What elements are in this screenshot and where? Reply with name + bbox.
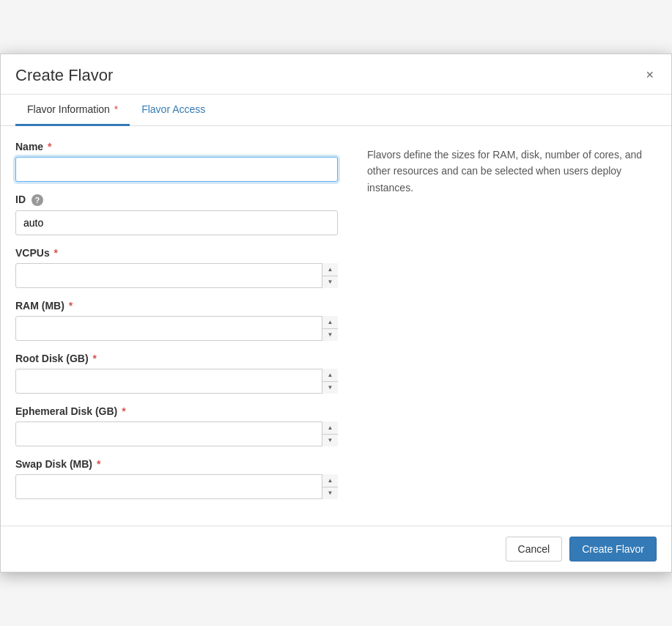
ephemeral-disk-down-arrow[interactable]: ▼ bbox=[322, 435, 338, 447]
info-text: Flavors define the sizes for RAM, disk, … bbox=[367, 147, 657, 196]
ram-input[interactable] bbox=[15, 316, 338, 341]
swap-disk-spinner: ▲ ▼ bbox=[15, 474, 338, 499]
tab-flavor-access[interactable]: Flavor Access bbox=[130, 95, 217, 126]
ram-up-arrow[interactable]: ▲ bbox=[322, 316, 338, 329]
vcpus-up-arrow[interactable]: ▲ bbox=[322, 263, 338, 276]
swap-disk-arrows: ▲ ▼ bbox=[322, 474, 338, 499]
id-field-group: ID ? bbox=[15, 194, 338, 235]
info-section: Flavors define the sizes for RAM, disk, … bbox=[367, 141, 657, 511]
ephemeral-disk-input[interactable] bbox=[15, 421, 338, 446]
ram-label: RAM (MB) * bbox=[15, 300, 338, 312]
modal-footer: Cancel Create Flavor bbox=[1, 526, 671, 572]
ephemeral-disk-label: Ephemeral Disk (GB) * bbox=[15, 405, 338, 417]
create-flavor-modal: Create Flavor × Flavor Information * Fla… bbox=[0, 54, 672, 572]
ephemeral-disk-spinner: ▲ ▼ bbox=[15, 421, 338, 446]
name-input[interactable] bbox=[15, 157, 338, 182]
ram-spinner: ▲ ▼ bbox=[15, 316, 338, 341]
ephemeral-disk-up-arrow[interactable]: ▲ bbox=[322, 421, 338, 435]
root-disk-spinner: ▲ ▼ bbox=[15, 369, 338, 394]
ephemeral-disk-arrows: ▲ ▼ bbox=[322, 421, 338, 446]
close-button[interactable]: × bbox=[643, 67, 657, 83]
swap-disk-input[interactable] bbox=[15, 474, 338, 499]
name-field-group: Name * bbox=[15, 141, 338, 182]
ram-arrows: ▲ ▼ bbox=[322, 316, 338, 341]
vcpus-input[interactable] bbox=[15, 263, 338, 288]
modal-body: Name * ID ? VCPUs * bbox=[1, 126, 671, 526]
tab-bar: Flavor Information * Flavor Access bbox=[1, 95, 671, 126]
root-disk-label: Root Disk (GB) * bbox=[15, 353, 338, 364]
name-label: Name * bbox=[15, 141, 338, 152]
root-disk-up-arrow[interactable]: ▲ bbox=[322, 369, 338, 382]
modal-title: Create Flavor bbox=[15, 66, 113, 85]
swap-disk-field-group: Swap Disk (MB) * ▲ ▼ bbox=[15, 458, 338, 499]
ephemeral-disk-field-group: Ephemeral Disk (GB) * ▲ ▼ bbox=[15, 405, 338, 446]
id-label: ID ? bbox=[15, 194, 338, 206]
id-input[interactable] bbox=[15, 210, 338, 235]
root-disk-down-arrow[interactable]: ▼ bbox=[322, 382, 338, 394]
vcpus-spinner: ▲ ▼ bbox=[15, 263, 338, 288]
vcpus-label: VCPUs * bbox=[15, 247, 338, 259]
root-disk-field-group: Root Disk (GB) * ▲ ▼ bbox=[15, 353, 338, 394]
swap-disk-label: Swap Disk (MB) * bbox=[15, 458, 338, 470]
ram-down-arrow[interactable]: ▼ bbox=[322, 329, 338, 342]
form-section: Name * ID ? VCPUs * bbox=[15, 141, 338, 511]
vcpus-field-group: VCPUs * ▲ ▼ bbox=[15, 247, 338, 288]
root-disk-input[interactable] bbox=[15, 369, 338, 394]
vcpus-arrows: ▲ ▼ bbox=[322, 263, 338, 288]
create-flavor-button[interactable]: Create Flavor bbox=[569, 537, 657, 561]
modal-header: Create Flavor × bbox=[1, 54, 671, 95]
ram-field-group: RAM (MB) * ▲ ▼ bbox=[15, 300, 338, 341]
vcpus-down-arrow[interactable]: ▼ bbox=[322, 276, 338, 289]
swap-disk-down-arrow[interactable]: ▼ bbox=[322, 487, 338, 500]
tab-flavor-information[interactable]: Flavor Information * bbox=[15, 95, 130, 126]
cancel-button[interactable]: Cancel bbox=[506, 537, 563, 561]
id-help-icon[interactable]: ? bbox=[32, 194, 43, 206]
root-disk-arrows: ▲ ▼ bbox=[322, 369, 338, 394]
swap-disk-up-arrow[interactable]: ▲ bbox=[322, 474, 338, 487]
